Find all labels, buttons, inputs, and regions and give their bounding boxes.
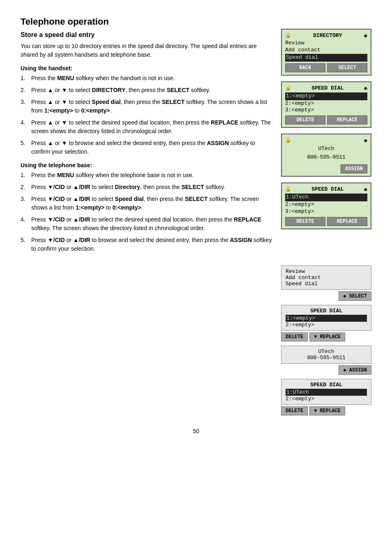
list-item: 4. Press ▲ or ▼ to select the desired sp…	[21, 118, 273, 136]
base-screen-1: Review Add contact Speed dial ◆ SELECT	[281, 265, 371, 301]
screen-title: SPEED DIAL	[291, 186, 364, 192]
screen-row-selected: 1:<empty>	[286, 315, 367, 322]
page-number: 50	[21, 428, 371, 434]
handset-screen-3: 🔒 ◆ UTech 800-595-9511 ASSIGN	[281, 134, 371, 178]
contact-name: UTech	[286, 348, 367, 355]
screen-row: Review	[285, 40, 367, 47]
screen-row: Review	[286, 268, 367, 274]
base-screen-3: UTech 800-595-9511 ◆ ASSIGN	[281, 346, 371, 375]
assign-softkey[interactable]: ◆ ASSIGN	[339, 365, 371, 375]
screen-row-selected: Speed dial	[285, 54, 367, 62]
delete-softkey[interactable]: DELETE	[281, 332, 308, 341]
screen-row: 2:<empty>	[286, 396, 367, 402]
replace-softkey[interactable]: REPLACE	[327, 217, 367, 226]
lock-icon: 🔒	[285, 32, 291, 39]
replace-softkey[interactable]: REPLACE	[327, 115, 367, 125]
scroll-arrow: ◆	[364, 85, 367, 92]
list-item: 5. Press ▼/CID or ▲/DIR to browse and se…	[21, 236, 273, 253]
screen-row: 2:<empty>	[285, 100, 367, 107]
contact-number: 800-595-9511	[285, 153, 367, 162]
delete-softkey[interactable]: DELETE	[281, 406, 308, 415]
list-item: 3. Press ▼/CID or ▲/DIR to select Speed …	[21, 195, 273, 212]
list-item: 1. Press the MENU softkey when the telep…	[21, 171, 273, 180]
page-title: Telephone operation	[21, 16, 273, 27]
screen-row-selected: 1:<empty>	[285, 92, 367, 100]
list-item: 4. Press ▼/CID or ▲/DIR to select the de…	[21, 215, 273, 233]
replace-softkey[interactable]: ▼ REPLACE	[309, 406, 345, 415]
screen-row: 2:<empty>	[285, 201, 367, 208]
lock-icon: 🔒	[285, 85, 291, 91]
section-title: Store a speed dial entry	[21, 31, 273, 39]
replace-softkey[interactable]: ▼ REPLACE	[309, 332, 345, 341]
list-item: 2. Press ▼/CID or ▲/DIR to select Direct…	[21, 183, 273, 191]
screen-title: SPEED DIAL	[291, 85, 364, 91]
contact-number: 800-595-9511	[286, 355, 367, 361]
screen-row-selected: 1:UTech	[285, 194, 367, 201]
screen-row: Add contact	[285, 47, 367, 54]
base-screen-2: SPEED DIAL 1:<empty> 2:<empty> DELETE ▼ …	[281, 305, 371, 341]
select-softkey[interactable]: ◆ SELECT	[339, 291, 371, 301]
screen-row: Speed dial	[286, 281, 367, 287]
list-item: 5. Press ▲ or ▼ to browse and select the…	[21, 139, 273, 156]
screen-row-selected: 1:UTech	[286, 389, 367, 396]
handset-screen-2: 🔒 SPEED DIAL ◆ 1:<empty> 2:<empty> 3:<em…	[281, 81, 371, 130]
screen-title: SPEED DIAL	[286, 308, 367, 314]
screen-title: SPEED DIAL	[286, 382, 367, 388]
list-item: 2. Press ▲ or ▼ to select DIRECTORY, the…	[21, 86, 273, 95]
delete-softkey[interactable]: DELETE	[285, 115, 325, 125]
screen-row: 3:<empty>	[285, 208, 367, 215]
lock-icon: 🔒	[285, 186, 291, 192]
base-steps-list: 1. Press the MENU softkey when the telep…	[21, 171, 273, 253]
back-softkey[interactable]: BACK	[285, 63, 325, 72]
select-softkey[interactable]: SELECT	[327, 63, 367, 72]
contact-name: UTech	[285, 145, 367, 153]
delete-softkey[interactable]: DELETE	[285, 217, 325, 226]
list-item: 3. Press ▲ or ▼ to select Speed dial, th…	[21, 98, 273, 115]
intro-text: You can store up to 10 directory entries…	[21, 42, 273, 59]
scroll-arrow: ◆	[364, 32, 367, 39]
scroll-arrow: ◆	[364, 186, 367, 193]
screen-row: 3:<empty>	[285, 107, 367, 114]
screen-title: DIRECTORY	[291, 32, 364, 39]
handset-steps-list: 1. Press the MENU softkey when the hands…	[21, 74, 273, 156]
handset-screen-4: 🔒 SPEED DIAL ◆ 1:UTech 2:<empty> 3:<empt…	[281, 182, 371, 231]
screen-row: 2:<empty>	[286, 322, 367, 328]
screen-row: Add contact	[286, 274, 367, 281]
handset-screen-1: 🔒 DIRECTORY ◆ Review Add contact Speed d…	[281, 29, 371, 77]
list-item: 1. Press the MENU softkey when the hands…	[21, 74, 273, 83]
lock-icon: 🔒	[285, 137, 291, 143]
assign-softkey[interactable]: ASSIGN	[341, 164, 367, 173]
base-screen-4: SPEED DIAL 1:UTech 2:<empty> DELETE ▼ RE…	[281, 379, 371, 415]
scroll-arrow: ◆	[364, 137, 367, 144]
base-subtitle: Using the telephone base:	[21, 162, 273, 168]
handset-subtitle: Using the handset:	[21, 65, 273, 72]
